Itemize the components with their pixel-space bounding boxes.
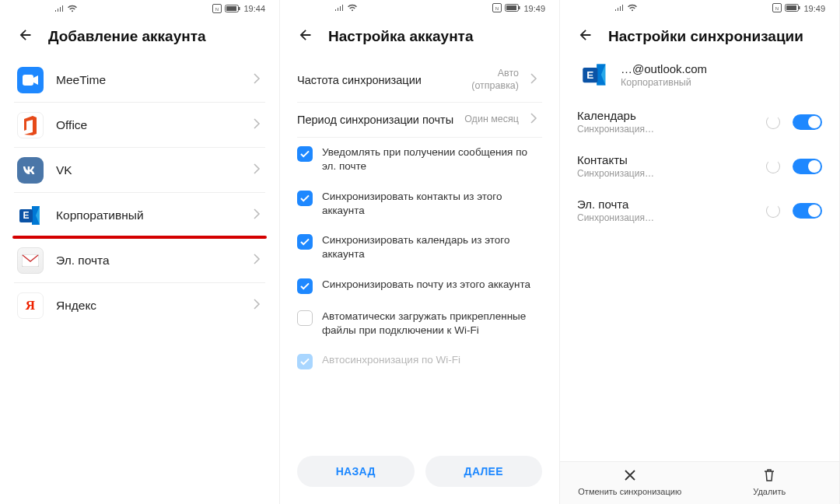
account-info[interactable]: E …@outlook.com Корпоративный bbox=[560, 58, 839, 100]
signal-icon bbox=[614, 4, 624, 13]
status-time: 19:49 bbox=[523, 4, 545, 13]
setting-label: Частота синхронизации bbox=[297, 74, 464, 86]
svg-rect-13 bbox=[506, 5, 516, 10]
check-label: Синхронизировать контакты из этого аккау… bbox=[322, 190, 542, 218]
sync-subtitle: Синхронизация… bbox=[577, 124, 758, 135]
trash-icon bbox=[762, 468, 776, 484]
check-sync-calendar[interactable]: Синхронизировать календарь из этого акка… bbox=[297, 226, 542, 269]
check-sync-mail[interactable]: Синхронизировать почту из этого аккаунта bbox=[297, 270, 542, 302]
footer-buttons: НАЗАД ДАЛЕЕ bbox=[280, 445, 559, 504]
status-bar: N 19:49 bbox=[280, 0, 559, 17]
account-email: …@outlook.com bbox=[621, 62, 707, 75]
bottom-action-bar: Отменить синхронизацию Удалить bbox=[560, 461, 839, 504]
svg-text:E: E bbox=[23, 210, 29, 221]
sync-item-email[interactable]: Эл. почта Синхронизация… bbox=[577, 188, 822, 233]
action-label: Удалить bbox=[753, 487, 786, 496]
status-time: 19:49 bbox=[803, 4, 825, 13]
exchange-icon: E bbox=[580, 61, 610, 89]
check-auto-download-wifi[interactable]: Автоматически загружать прикрепленные фа… bbox=[297, 302, 542, 345]
account-item-email[interactable]: Эл. почта bbox=[14, 238, 265, 283]
next-button[interactable]: ДАЛЕЕ bbox=[425, 456, 543, 487]
checkbox-icon[interactable] bbox=[297, 191, 313, 206]
sync-item-contacts[interactable]: Контакты Синхронизация… bbox=[577, 144, 822, 188]
check-label: Автосинхронизация по Wi-Fi bbox=[322, 353, 542, 367]
account-label: Корпоративный bbox=[56, 208, 144, 222]
delete-button[interactable]: Удалить bbox=[700, 462, 840, 504]
status-bar: N 19:49 bbox=[560, 0, 839, 17]
checkbox-icon[interactable] bbox=[297, 278, 313, 294]
chevron-right-icon bbox=[253, 299, 265, 313]
meetime-icon bbox=[17, 67, 44, 93]
setting-value: Один месяц bbox=[464, 114, 519, 126]
back-icon[interactable] bbox=[577, 26, 594, 47]
toggle-switch[interactable] bbox=[793, 203, 822, 219]
sync-title: Календарь bbox=[577, 109, 758, 122]
svg-text:N: N bbox=[495, 6, 499, 11]
account-item-yandex[interactable]: Я Яндекс bbox=[14, 283, 265, 328]
mail-icon bbox=[17, 247, 44, 274]
sync-subtitle: Синхронизация… bbox=[577, 168, 758, 179]
account-label: Office bbox=[56, 118, 87, 132]
svg-text:N: N bbox=[775, 6, 779, 11]
battery-icon bbox=[785, 4, 800, 13]
check-sync-contacts[interactable]: Синхронизировать контакты из этого аккау… bbox=[297, 182, 542, 226]
account-label: Эл. почта bbox=[56, 254, 110, 268]
chevron-right-icon bbox=[530, 113, 542, 127]
back-icon[interactable] bbox=[297, 26, 314, 47]
setting-label: Период синхронизации почты bbox=[297, 114, 457, 126]
svg-rect-5 bbox=[23, 75, 33, 86]
status-bar: N 19:44 bbox=[0, 0, 279, 17]
account-label: MeeTime bbox=[56, 73, 106, 87]
yandex-icon: Я bbox=[17, 292, 44, 319]
battery-icon bbox=[225, 5, 240, 12]
back-button[interactable]: НАЗАД bbox=[297, 456, 415, 487]
account-list: MeeTime Office VK E Корпоративный bbox=[0, 58, 279, 328]
screen-account-setup: N 19:49 Настройка аккаунта Частота синхр… bbox=[280, 0, 560, 504]
account-item-vk[interactable]: VK bbox=[14, 148, 265, 193]
wifi-icon bbox=[347, 4, 358, 13]
checkbox-icon[interactable] bbox=[297, 234, 313, 250]
check-label: Синхронизировать календарь из этого акка… bbox=[322, 233, 542, 261]
sync-spinner-icon bbox=[766, 115, 780, 129]
toggle-switch[interactable] bbox=[793, 159, 822, 174]
nfc-icon: N bbox=[212, 4, 222, 13]
svg-rect-17 bbox=[799, 6, 800, 9]
toggle-switch[interactable] bbox=[793, 114, 822, 130]
nfc-icon: N bbox=[492, 3, 502, 14]
setting-sync-frequency[interactable]: Частота синхронизации Авто (отправка) bbox=[297, 58, 542, 103]
check-label: Автоматически загружать прикрепленные фа… bbox=[322, 310, 542, 338]
signal-icon bbox=[54, 5, 64, 12]
action-label: Отменить синхронизацию bbox=[578, 487, 681, 496]
sync-spinner-icon bbox=[766, 204, 780, 218]
check-notify-email[interactable]: Уведомлять при получении сообщения по эл… bbox=[297, 138, 542, 181]
page-title: Добавление аккаунта bbox=[48, 28, 206, 45]
vk-icon bbox=[17, 157, 44, 184]
checkbox-icon[interactable] bbox=[297, 146, 313, 162]
check-label: Уведомлять при получении сообщения по эл… bbox=[322, 145, 542, 173]
back-icon[interactable] bbox=[17, 26, 34, 47]
setting-sync-period[interactable]: Период синхронизации почты Один месяц bbox=[297, 103, 542, 138]
sync-list: Календарь Синхронизация… Контакты Синхро… bbox=[560, 100, 839, 233]
sync-item-calendar[interactable]: Календарь Синхронизация… bbox=[577, 100, 822, 144]
screen-sync-settings: N 19:49 Настройки синхронизации E …@outl… bbox=[560, 0, 840, 504]
wifi-icon bbox=[67, 5, 78, 12]
cancel-sync-button[interactable]: Отменить синхронизацию bbox=[560, 462, 700, 504]
nfc-icon: N bbox=[772, 3, 782, 14]
chevron-right-icon bbox=[253, 254, 265, 268]
wifi-icon bbox=[627, 4, 638, 13]
account-item-office[interactable]: Office bbox=[14, 103, 265, 148]
account-label: Яндекс bbox=[56, 299, 96, 313]
account-item-meetime[interactable]: MeeTime bbox=[14, 58, 265, 103]
svg-rect-12 bbox=[519, 6, 520, 9]
checkbox-icon[interactable] bbox=[297, 310, 313, 326]
header: Настройки синхронизации bbox=[560, 17, 839, 58]
exchange-icon: E bbox=[17, 202, 44, 229]
page-title: Настройка аккаунта bbox=[328, 28, 473, 45]
account-type: Корпоративный bbox=[621, 77, 707, 88]
sync-title: Контакты bbox=[577, 153, 758, 166]
svg-text:N: N bbox=[215, 7, 219, 12]
chevron-right-icon bbox=[530, 73, 542, 87]
check-autosync-wifi: Автосинхронизация по Wi-Fi bbox=[297, 345, 542, 377]
office-icon bbox=[17, 112, 44, 138]
account-item-exchange[interactable]: E Корпоративный bbox=[14, 193, 265, 238]
